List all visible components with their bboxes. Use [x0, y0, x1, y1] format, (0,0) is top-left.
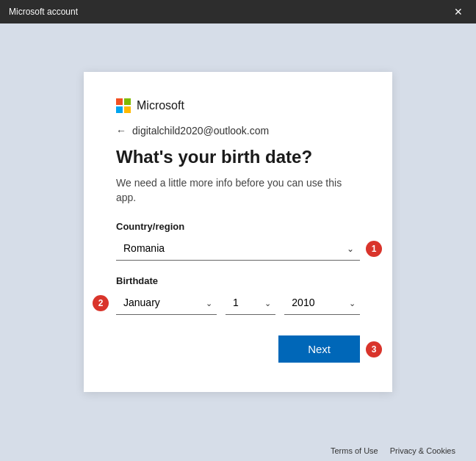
birthdate-row: 2 January February March April May June …: [116, 291, 360, 315]
email-row: ← digitalchild2020@outlook.com: [116, 125, 360, 137]
logo-yellow: [124, 106, 131, 113]
next-btn-row: Next 3: [116, 335, 360, 363]
country-label: Country/region: [116, 221, 360, 232]
ms-logo: Microsoft: [116, 98, 360, 113]
badge-1: 1: [366, 241, 382, 257]
card: Microsoft ← digitalchild2020@outlook.com…: [84, 72, 392, 393]
main-area: Microsoft ← digitalchild2020@outlook.com…: [0, 23, 476, 440]
page-subtext: We need a little more info before you ca…: [116, 176, 360, 205]
ms-logo-name: Microsoft: [137, 99, 184, 112]
next-button-label: Next: [308, 343, 331, 355]
month-wrapper[interactable]: 2 January February March April May June …: [116, 291, 217, 315]
email-display: digitalchild2020@outlook.com: [132, 125, 269, 137]
title-bar: Microsoft account ✕: [0, 0, 476, 23]
privacy-link[interactable]: Privacy & Cookies: [384, 446, 461, 455]
country-select-wrapper[interactable]: Romania United States United Kingdom Ger…: [116, 236, 360, 261]
page-heading: What's your birth date?: [116, 147, 360, 168]
year-wrapper[interactable]: 2010200920082007 2006200520042003 200220…: [284, 291, 360, 315]
day-select[interactable]: 12345 678910 1112131415 1617181920 21222…: [226, 291, 275, 315]
month-select[interactable]: January February March April May June Ju…: [116, 291, 217, 315]
country-select[interactable]: Romania United States United Kingdom Ger…: [116, 236, 360, 261]
ms-logo-grid: [116, 98, 131, 113]
title-bar-title: Microsoft account: [9, 7, 78, 17]
logo-blue: [116, 106, 123, 113]
birthdate-label: Birthdate: [116, 275, 360, 286]
back-arrow-icon: ←: [116, 125, 126, 137]
day-wrapper[interactable]: 12345 678910 1112131415 1617181920 21222…: [226, 291, 275, 315]
badge-3: 3: [366, 341, 382, 357]
badge-2: 2: [93, 295, 109, 311]
logo-red: [116, 98, 123, 105]
year-select[interactable]: 2010200920082007 2006200520042003 200220…: [284, 291, 360, 315]
logo-green: [124, 98, 131, 105]
next-button[interactable]: Next 3: [278, 335, 360, 363]
footer: Terms of Use Privacy & Cookies: [0, 440, 476, 461]
close-button[interactable]: ✕: [450, 3, 467, 21]
terms-link[interactable]: Terms of Use: [325, 446, 384, 455]
